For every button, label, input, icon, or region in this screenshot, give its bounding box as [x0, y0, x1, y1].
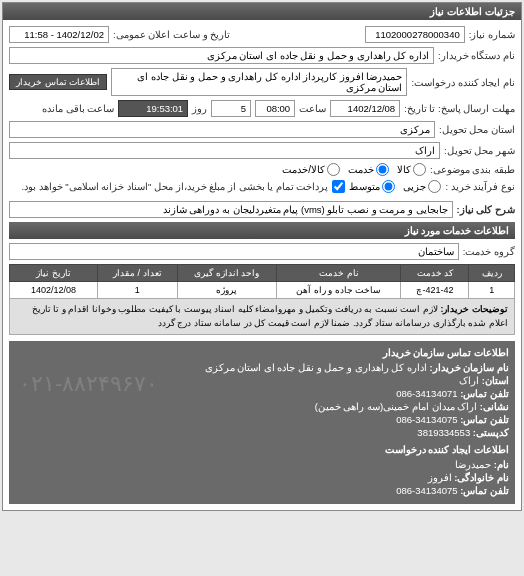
- cb-post: 3819334553: [417, 427, 470, 438]
- watermark-text: ۰۲۱-۸۸۲۴۹۶۷۰: [19, 371, 158, 397]
- cell-qty: 1: [97, 282, 177, 299]
- table-row: 1 421-42-چ ساخت جاده و راه آهن پروژه 1 1…: [10, 282, 515, 299]
- cb-province-label: استان:: [482, 375, 509, 386]
- delivery-province: مرکزی: [9, 121, 435, 138]
- th-qty: تعداد / مقدار: [97, 265, 177, 282]
- cb-phone: 34134071-086: [396, 388, 457, 399]
- contact-buyer-title: اطلاعات تماس سازمان خریدار: [15, 347, 509, 358]
- days-label: روز: [192, 103, 207, 114]
- delivery-city: اراک: [9, 142, 440, 159]
- process-note: پرداخت تمام یا بخشی از مبلغ خرید،از محل …: [21, 181, 328, 192]
- requester-label: نام ایجاد کننده درخواست:: [411, 77, 515, 88]
- table-desc-row: توضیحات خریدار: لازم است نسبت به دریافت …: [10, 299, 515, 335]
- cell-name: ساخت جاده و راه آهن: [277, 282, 401, 299]
- radio-small[interactable]: [428, 180, 441, 193]
- need-no-label: شماره نیاز:: [469, 29, 515, 40]
- radio-service-label: خدمت: [348, 164, 374, 175]
- th-code: کد خدمت: [401, 265, 469, 282]
- service-group-label: گروه خدمت:: [463, 246, 515, 257]
- cb-fax: 34134075-086: [396, 414, 457, 425]
- services-table: ردیف کد خدمت نام خدمت واحد اندازه گیری ت…: [9, 264, 515, 335]
- cr-lname-label: نام خانوادگی:: [454, 472, 509, 483]
- radio-both-label: کالا/خدمت: [282, 164, 325, 175]
- cb-org: اداره کل راهداری و حمل و نقل جاده ای است…: [205, 362, 427, 373]
- radio-medium-label: متوسط: [349, 181, 380, 192]
- window-title: جزئیات اطلاعات نیاز: [3, 3, 521, 20]
- cell-code: 421-42-چ: [401, 282, 469, 299]
- process-type-label: نوع فرآیند خرید :: [445, 181, 515, 192]
- desc-text: لازم است نسبت به دریافت وتکمیل و مهروامض…: [32, 304, 508, 328]
- th-date: تاریخ نیاز: [10, 265, 98, 282]
- cr-phone-label: تلفن تماس:: [460, 485, 509, 496]
- cell-date: 1402/12/08: [10, 282, 98, 299]
- cb-addr-label: نشانی:: [480, 401, 509, 412]
- deadline-time: 08:00: [255, 100, 295, 117]
- cr-lname: افروز: [428, 472, 452, 483]
- radio-both[interactable]: [327, 163, 340, 176]
- service-group-value: ساختمان: [9, 243, 459, 260]
- cb-addr: اراک میدان امام خمینی(سه راهی خمین): [315, 401, 478, 412]
- need-title-value: جابجایی و مرمت و نصب تابلو (vms) پیام مت…: [9, 201, 453, 218]
- cb-province: اراک: [459, 375, 479, 386]
- contact-buyer-section: ۰۲۱-۸۸۲۴۹۶۷۰ اطلاعات تماس سازمان خریدار …: [9, 341, 515, 504]
- announce-value: 1402/12/02 - 11:58: [9, 26, 109, 43]
- radio-small-label: جزیی: [403, 181, 426, 192]
- announce-label: تاریخ و ساعت اعلان عمومی:: [113, 29, 230, 40]
- remain-time: 19:53:01: [118, 100, 188, 117]
- requester-value: حمیدرضا افروز کارپرداز اداره کل راهداری …: [111, 68, 407, 96]
- radio-goods[interactable]: [413, 163, 426, 176]
- buyer-org-value: اداره کل راهداری و حمل و نقل جاده ای است…: [9, 47, 434, 64]
- th-row: ردیف: [469, 265, 515, 282]
- buyer-org-label: نام دستگاه خریدار:: [438, 50, 515, 61]
- subject-group-label: طبقه بندی موضوعی:: [430, 164, 515, 175]
- deadline-label: مهلت ارسال پاسخ: تا تاریخ:: [404, 103, 515, 114]
- cell-row: 1: [469, 282, 515, 299]
- need-no-value: 1102000278000340: [365, 26, 465, 43]
- delivery-province-label: استان محل تحویل:: [439, 124, 515, 135]
- time-label-1: ساعت: [299, 103, 326, 114]
- process-radio-group: جزیی متوسط: [349, 180, 441, 193]
- need-title-label: شرح کلی نیاز:: [457, 204, 515, 215]
- th-name: نام خدمت: [277, 265, 401, 282]
- contact-buyer-button[interactable]: اطلاعات تماس خریدار: [9, 74, 107, 90]
- radio-service[interactable]: [376, 163, 389, 176]
- remain-label: ساعت باقی مانده: [42, 103, 114, 114]
- cr-fname: حمیدرضا: [455, 459, 491, 470]
- contact-requester-title: اطلاعات ایجاد کننده درخواست: [15, 444, 509, 455]
- radio-goods-label: کالا: [397, 164, 411, 175]
- radio-medium[interactable]: [382, 180, 395, 193]
- treasury-checkbox[interactable]: [332, 180, 345, 193]
- cr-fname-label: نام:: [494, 459, 509, 470]
- cr-phone: 34134075-086: [396, 485, 457, 496]
- cb-org-label: نام سازمان خریدار:: [430, 362, 509, 373]
- services-section-header: اطلاعات خدمات مورد نیاز: [9, 222, 515, 239]
- subject-radio-group: کالا خدمت کالا/خدمت: [282, 163, 426, 176]
- deadline-date: 1402/12/08: [330, 100, 400, 117]
- cb-fax-label: تلفن تماس:: [460, 414, 509, 425]
- desc-label: توضیحات خریدار:: [441, 304, 509, 314]
- cb-phone-label: تلفن تماس:: [460, 388, 509, 399]
- delivery-city-label: شهر محل تحویل:: [444, 145, 515, 156]
- th-unit: واحد اندازه گیری: [177, 265, 276, 282]
- cell-unit: پروژه: [177, 282, 276, 299]
- cb-post-label: کدپستی:: [473, 427, 509, 438]
- days-value: 5: [211, 100, 251, 117]
